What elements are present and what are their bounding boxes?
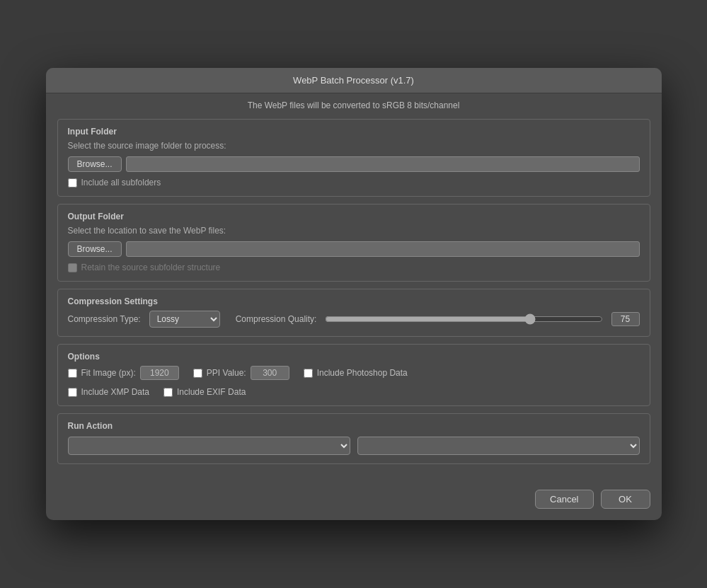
compression-type-select[interactable]: Lossy Lossless Near Lossless [149, 311, 220, 328]
cancel-button[interactable]: Cancel [535, 490, 593, 509]
include-photoshop-checkbox[interactable] [304, 369, 313, 378]
include-exif-checkbox[interactable] [163, 388, 173, 397]
dialog-window: WebP Batch Processor (v1.7) The WebP fil… [46, 68, 662, 520]
output-folder-section: Output Folder Select the location to sav… [57, 204, 650, 282]
ppi-label: PPI Value: [207, 368, 246, 378]
include-xmp-option: Include XMP Data [68, 387, 150, 397]
input-folder-section: Input Folder Select the source image fol… [57, 119, 650, 197]
ppi-option: PPI Value: [193, 366, 289, 380]
compression-quality-label: Compression Quality: [236, 314, 317, 324]
dialog-body: Input Folder Select the source image fol… [46, 115, 662, 483]
run-action-select-2[interactable] [357, 437, 640, 455]
ppi-checkbox[interactable] [193, 369, 202, 378]
include-subfolders-checkbox[interactable] [68, 178, 77, 188]
compression-section: Compression Settings Compression Type: L… [57, 289, 650, 337]
include-exif-option: Include EXIF Data [163, 387, 246, 397]
include-subfolders-row: Include all subfolders [68, 178, 640, 188]
include-photoshop-option: Include Photoshop Data [304, 366, 408, 380]
input-browse-button[interactable]: Browse... [68, 156, 122, 172]
ok-button[interactable]: OK [601, 490, 650, 509]
include-photoshop-label: Include Photoshop Data [317, 368, 408, 378]
options-row-2: Include XMP Data Include EXIF Data [68, 387, 640, 397]
input-path-field[interactable] [126, 156, 640, 172]
run-action-dropdowns [68, 437, 640, 455]
output-folder-subtitle: Select the location to save the WebP fil… [68, 226, 640, 236]
compression-quality-value: 75 [611, 312, 640, 326]
ppi-input[interactable] [251, 366, 289, 380]
fit-image-input[interactable] [140, 366, 179, 380]
output-browse-button[interactable]: Browse... [68, 241, 122, 257]
fit-image-checkbox[interactable] [68, 369, 77, 378]
retain-structure-label: Retain the source subfolder structure [81, 263, 221, 272]
input-folder-title: Input Folder [68, 127, 640, 137]
fit-image-option: Fit Image (px): [68, 366, 179, 380]
compression-type-label: Compression Type: [68, 314, 141, 324]
input-folder-subtitle: Select the source image folder to proces… [68, 141, 640, 151]
input-browse-row: Browse... [68, 156, 640, 172]
dialog-subtitle: The WebP files will be converted to sRGB… [46, 93, 662, 115]
run-action-select-1[interactable] [68, 437, 350, 455]
run-action-section: Run Action [57, 413, 650, 464]
compression-quality-slider[interactable] [325, 313, 602, 325]
options-title: Options [68, 352, 640, 362]
retain-structure-checkbox[interactable] [68, 263, 77, 272]
output-path-field[interactable] [126, 241, 640, 257]
include-exif-label: Include EXIF Data [177, 387, 246, 397]
output-folder-title: Output Folder [68, 212, 640, 221]
compression-title: Compression Settings [68, 296, 640, 306]
options-section: Options Fit Image (px): PPI Value: [57, 344, 650, 406]
include-xmp-checkbox[interactable] [68, 388, 77, 397]
output-browse-row: Browse... [68, 241, 640, 257]
include-subfolders-label: Include all subfolders [81, 178, 161, 188]
retain-structure-row: Retain the source subfolder structure [68, 263, 640, 272]
run-action-title: Run Action [68, 421, 640, 431]
fit-image-label: Fit Image (px): [81, 368, 136, 378]
dialog-title: WebP Batch Processor (v1.7) [293, 75, 414, 86]
options-rows: Fit Image (px): PPI Value: Include Photo… [68, 366, 640, 397]
dialog-footer: Cancel OK [46, 483, 662, 520]
options-row-1: Fit Image (px): PPI Value: Include Photo… [68, 366, 640, 380]
include-xmp-label: Include XMP Data [81, 387, 150, 397]
compression-row: Compression Type: Lossy Lossless Near Lo… [68, 311, 640, 328]
title-bar: WebP Batch Processor (v1.7) [46, 68, 662, 93]
